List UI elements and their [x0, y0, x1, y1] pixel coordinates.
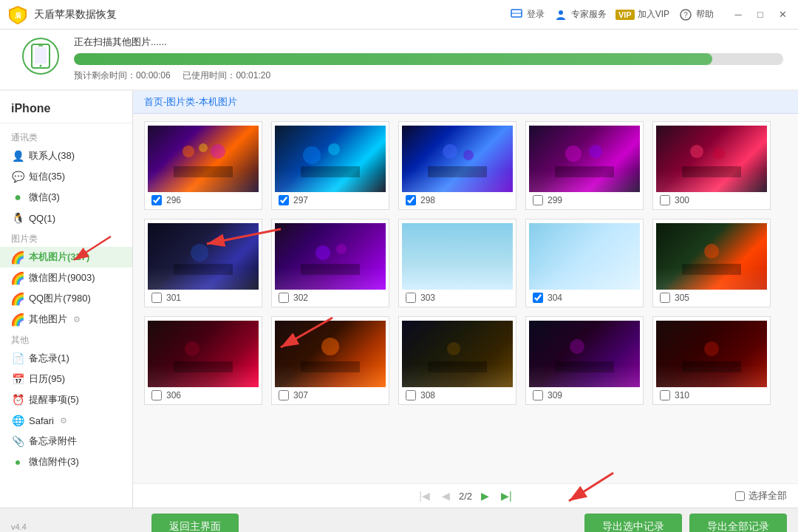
scan-area: 正在扫描其他图片...... 预计剩余时间：00:00:06 已使用时间：00:… — [0, 30, 798, 90]
photo-cell-304[interactable]: 304 — [525, 219, 644, 307]
help-icon: ? — [678, 7, 693, 22]
photo-num-296: 296 — [166, 195, 181, 205]
next-page-button[interactable]: ▶ — [478, 488, 492, 503]
photo-bottom-299: 299 — [530, 195, 639, 205]
section-title-other: 其他 — [0, 330, 132, 348]
photo-cell-309[interactable]: 309 — [525, 316, 644, 405]
photo-checkbox-304[interactable] — [533, 293, 543, 303]
svg-rect-32 — [682, 264, 741, 275]
expert-service-button[interactable]: 专家服务 — [553, 7, 607, 22]
photo-num-306: 306 — [166, 390, 181, 400]
join-vip-button[interactable]: VIP 加入VIP — [615, 8, 669, 21]
sidebar-item-contacts[interactable]: 👤 联系人(38) — [0, 146, 132, 166]
select-all-area: 选择全部 — [735, 489, 787, 502]
sidebar-item-local-photos[interactable]: 🌈 本机图片(327) — [0, 247, 132, 267]
photo-cell-300[interactable]: 300 — [652, 121, 771, 210]
sidebar-item-reminders[interactable]: ⏰ 提醒事项(5) — [0, 389, 132, 410]
svg-rect-22 — [555, 166, 614, 177]
photo-thumb-301 — [148, 223, 259, 290]
photo-cell-302[interactable]: 302 — [271, 219, 389, 307]
photo-cell-301[interactable]: 301 — [144, 219, 262, 307]
svg-rect-13 — [174, 166, 233, 177]
select-all-label[interactable]: 选择全部 — [748, 489, 787, 502]
scan-times: 预计剩余时间：00:00:06 已使用时间：00:01:20 — [74, 69, 783, 82]
photo-cell-308[interactable]: 308 — [398, 316, 516, 405]
restore-button[interactable]: □ — [752, 7, 768, 23]
photo-thumb-307 — [275, 321, 386, 387]
photo-bottom-305: 305 — [657, 293, 766, 303]
photo-checkbox-302[interactable] — [279, 293, 289, 303]
section-title-photos: 图片类 — [0, 228, 132, 247]
vip-badge: VIP — [615, 10, 635, 20]
svg-rect-42 — [682, 361, 741, 372]
svg-point-18 — [463, 150, 474, 160]
photo-checkbox-303[interactable] — [406, 293, 416, 303]
photo-cell-299[interactable]: 299 — [525, 121, 644, 210]
svg-point-24 — [713, 148, 725, 160]
photo-checkbox-309[interactable] — [533, 390, 543, 400]
photo-checkbox-305[interactable] — [660, 293, 670, 303]
photo-checkbox-308[interactable] — [406, 390, 416, 400]
photo-checkbox-296[interactable] — [151, 195, 162, 205]
photo-row-3: 306 307 — [144, 316, 787, 405]
photo-checkbox-300[interactable] — [660, 195, 670, 205]
export-selected-button[interactable]: 导出选中记录 — [584, 514, 682, 533]
bottom-bar: v4.4 返回主界面 导出选中记录 导出全部记录 — [0, 508, 798, 532]
photo-cell-310[interactable]: 310 — [652, 316, 771, 405]
sidebar-item-wechat-attach[interactable]: ● 微信附件(3) — [0, 451, 132, 472]
sidebar-item-sms[interactable]: 💬 短信(35) — [0, 166, 132, 187]
minimize-button[interactable]: ─ — [730, 7, 746, 23]
photo-cell-298[interactable]: 298 — [398, 121, 516, 210]
photo-checkbox-307[interactable] — [279, 390, 289, 400]
photo-num-303: 303 — [420, 293, 435, 303]
prev-page-button[interactable]: ◀ — [439, 488, 453, 503]
login-button[interactable]: 登录 — [509, 7, 545, 22]
close-button[interactable]: ✕ — [774, 7, 791, 23]
svg-point-10 — [183, 146, 194, 157]
photo-thumb-310 — [656, 321, 767, 387]
photo-num-302: 302 — [293, 293, 308, 303]
sidebar-item-wechat[interactable]: ● 微信(3) — [0, 187, 132, 208]
photo-num-297: 297 — [293, 195, 308, 205]
photo-bottom-302: 302 — [276, 293, 385, 303]
photo-cell-297[interactable]: 297 — [271, 121, 389, 210]
photo-row-2: 301 302 303 — [144, 219, 787, 307]
return-to-main-button[interactable]: 返回主界面 — [151, 514, 239, 533]
photo-cell-305[interactable]: 305 — [652, 219, 771, 307]
breadcrumb: 首页-图片类-本机图片 — [133, 91, 798, 114]
pagination-bar: |◀ ◀ 2/2 ▶ ▶| 选择全部 — [133, 483, 798, 508]
photo-cell-296[interactable]: 296 — [144, 121, 262, 210]
svg-rect-34 — [174, 361, 233, 372]
sidebar-item-safari[interactable]: 🌐 Safari ⚙ — [0, 410, 132, 431]
help-button[interactable]: ? 帮助 — [678, 7, 714, 22]
page-info: 2/2 — [459, 491, 472, 502]
sidebar-item-qq-photos[interactable]: 🌈 QQ图片(7980) — [0, 288, 132, 309]
sidebar-item-notes-attach[interactable]: 📎 备忘录附件 — [0, 431, 132, 451]
photo-checkbox-297[interactable] — [279, 195, 289, 205]
photo-thumb-298 — [402, 126, 513, 192]
sidebar-item-qq[interactable]: 🐧 QQ(1) — [0, 208, 132, 228]
photo-checkbox-306[interactable] — [151, 390, 162, 400]
sidebar-item-wechat-photos[interactable]: 🌈 微信图片(9003) — [0, 267, 132, 288]
photo-thumb-309 — [529, 321, 640, 387]
sidebar-item-other-photos[interactable]: 🌈 其他图片 ⚙ — [0, 309, 132, 330]
photo-cell-303[interactable]: 303 — [398, 219, 516, 307]
photo-num-298: 298 — [420, 195, 435, 205]
progress-bar-fill — [74, 53, 712, 65]
last-page-button[interactable]: ▶| — [498, 488, 515, 503]
photo-cell-307[interactable]: 307 — [271, 316, 389, 405]
photo-checkbox-301[interactable] — [151, 293, 162, 303]
photo-checkbox-298[interactable] — [406, 195, 416, 205]
photo-checkbox-310[interactable] — [660, 390, 670, 400]
export-all-button[interactable]: 导出全部记录 — [689, 514, 787, 533]
svg-point-26 — [191, 244, 208, 262]
sidebar-item-notes[interactable]: 📄 备忘录(1) — [0, 348, 132, 369]
svg-point-31 — [704, 244, 719, 259]
svg-rect-19 — [428, 166, 487, 177]
sidebar-item-calendar[interactable]: 📅 日历(95) — [0, 369, 132, 389]
select-all-checkbox[interactable] — [735, 491, 745, 501]
photo-checkbox-299[interactable] — [533, 195, 543, 205]
photo-grid: 296 297 — [133, 114, 798, 483]
first-page-button[interactable]: |◀ — [416, 488, 433, 503]
photo-cell-306[interactable]: 306 — [144, 316, 262, 405]
